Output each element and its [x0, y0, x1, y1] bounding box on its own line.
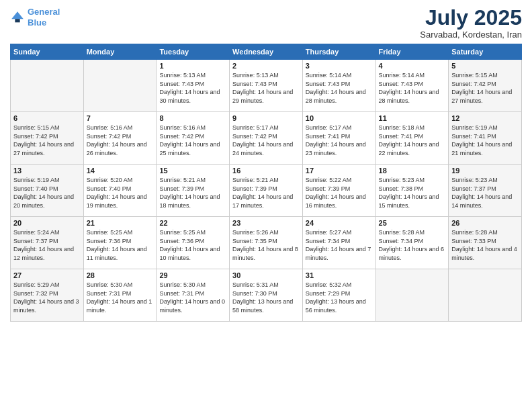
- logo: General Blue: [10, 7, 60, 28]
- table-row: 10Sunrise: 5:17 AM Sunset: 7:41 PM Dayli…: [302, 112, 375, 165]
- table-row: 31Sunrise: 5:32 AM Sunset: 7:29 PM Dayli…: [302, 269, 375, 322]
- day-number: 5: [451, 62, 519, 70]
- header-friday: Friday: [375, 44, 449, 60]
- day-number: 4: [379, 62, 446, 70]
- day-detail: Sunrise: 5:15 AM Sunset: 7:42 PM Dayligh…: [13, 124, 81, 157]
- day-number: 23: [232, 219, 300, 227]
- table-row: 1Sunrise: 5:13 AM Sunset: 7:43 PM Daylig…: [157, 60, 230, 112]
- day-detail: Sunrise: 5:13 AM Sunset: 7:43 PM Dayligh…: [159, 71, 226, 105]
- table-row: [375, 269, 449, 322]
- table-row: 29Sunrise: 5:30 AM Sunset: 7:31 PM Dayli…: [157, 269, 230, 322]
- day-number: 6: [13, 114, 81, 122]
- day-number: 10: [306, 114, 373, 122]
- day-number: 9: [232, 114, 300, 122]
- header-tuesday: Tuesday: [157, 44, 230, 60]
- location: Sarvabad, Kordestan, Iran: [420, 30, 522, 40]
- logo-icon: [10, 10, 25, 25]
- day-detail: Sunrise: 5:21 AM Sunset: 7:39 PM Dayligh…: [232, 176, 300, 210]
- table-row: [83, 60, 157, 112]
- day-detail: Sunrise: 5:17 AM Sunset: 7:41 PM Dayligh…: [306, 124, 373, 157]
- table-row: 9Sunrise: 5:17 AM Sunset: 7:42 PM Daylig…: [230, 112, 303, 165]
- logo-text: General Blue: [28, 7, 60, 28]
- table-row: 5Sunrise: 5:15 AM Sunset: 7:42 PM Daylig…: [449, 60, 522, 112]
- day-number: 20: [13, 219, 81, 227]
- day-number: 31: [306, 271, 373, 279]
- day-number: 26: [451, 219, 519, 227]
- day-detail: Sunrise: 5:13 AM Sunset: 7:43 PM Dayligh…: [232, 71, 300, 105]
- table-row: 2Sunrise: 5:13 AM Sunset: 7:43 PM Daylig…: [230, 60, 303, 112]
- table-row: 3Sunrise: 5:14 AM Sunset: 7:43 PM Daylig…: [302, 60, 375, 112]
- day-number: 29: [159, 271, 226, 279]
- header-saturday: Saturday: [449, 44, 522, 60]
- calendar-week-row: 13Sunrise: 5:19 AM Sunset: 7:40 PM Dayli…: [11, 165, 522, 217]
- day-detail: Sunrise: 5:20 AM Sunset: 7:40 PM Dayligh…: [87, 176, 154, 210]
- table-row: 24Sunrise: 5:27 AM Sunset: 7:34 PM Dayli…: [302, 217, 375, 269]
- day-detail: Sunrise: 5:23 AM Sunset: 7:38 PM Dayligh…: [379, 176, 446, 210]
- calendar-week-row: 6Sunrise: 5:15 AM Sunset: 7:42 PM Daylig…: [11, 112, 522, 165]
- day-detail: Sunrise: 5:25 AM Sunset: 7:36 PM Dayligh…: [159, 228, 226, 262]
- table-row: 30Sunrise: 5:31 AM Sunset: 7:30 PM Dayli…: [230, 269, 303, 322]
- day-detail: Sunrise: 5:16 AM Sunset: 7:42 PM Dayligh…: [87, 124, 154, 157]
- day-number: 15: [159, 167, 226, 175]
- day-detail: Sunrise: 5:28 AM Sunset: 7:33 PM Dayligh…: [451, 228, 519, 262]
- day-detail: Sunrise: 5:24 AM Sunset: 7:37 PM Dayligh…: [13, 228, 81, 262]
- table-row: 19Sunrise: 5:23 AM Sunset: 7:37 PM Dayli…: [449, 165, 522, 217]
- header: General Blue July 2025 Sarvabad, Kordest…: [10, 7, 522, 40]
- day-detail: Sunrise: 5:25 AM Sunset: 7:36 PM Dayligh…: [87, 228, 154, 262]
- month-title: July 2025: [420, 7, 522, 28]
- day-number: 21: [87, 219, 154, 227]
- day-detail: Sunrise: 5:19 AM Sunset: 7:41 PM Dayligh…: [451, 124, 519, 157]
- day-number: 2: [232, 62, 300, 70]
- day-detail: Sunrise: 5:27 AM Sunset: 7:34 PM Dayligh…: [306, 228, 373, 262]
- day-number: 1: [159, 62, 226, 70]
- table-row: 16Sunrise: 5:21 AM Sunset: 7:39 PM Dayli…: [230, 165, 303, 217]
- day-number: 13: [13, 167, 81, 175]
- day-detail: Sunrise: 5:22 AM Sunset: 7:39 PM Dayligh…: [306, 176, 373, 210]
- day-detail: Sunrise: 5:28 AM Sunset: 7:34 PM Dayligh…: [379, 228, 446, 262]
- table-row: 26Sunrise: 5:28 AM Sunset: 7:33 PM Dayli…: [449, 217, 522, 269]
- day-number: 8: [159, 114, 226, 122]
- day-detail: Sunrise: 5:30 AM Sunset: 7:31 PM Dayligh…: [87, 281, 154, 314]
- day-detail: Sunrise: 5:18 AM Sunset: 7:41 PM Dayligh…: [379, 124, 446, 157]
- table-row: 17Sunrise: 5:22 AM Sunset: 7:39 PM Dayli…: [302, 165, 375, 217]
- table-row: 15Sunrise: 5:21 AM Sunset: 7:39 PM Dayli…: [157, 165, 230, 217]
- svg-marker-0: [11, 11, 24, 19]
- table-row: 11Sunrise: 5:18 AM Sunset: 7:41 PM Dayli…: [375, 112, 449, 165]
- table-row: 14Sunrise: 5:20 AM Sunset: 7:40 PM Dayli…: [83, 165, 157, 217]
- calendar-header-row: Sunday Monday Tuesday Wednesday Thursday…: [11, 44, 522, 60]
- day-detail: Sunrise: 5:30 AM Sunset: 7:31 PM Dayligh…: [159, 281, 226, 314]
- day-number: 30: [232, 271, 300, 279]
- day-number: 7: [87, 114, 154, 122]
- day-number: 24: [306, 219, 373, 227]
- day-detail: Sunrise: 5:14 AM Sunset: 7:43 PM Dayligh…: [379, 71, 446, 105]
- table-row: [11, 60, 84, 112]
- day-number: 18: [379, 167, 446, 175]
- table-row: 18Sunrise: 5:23 AM Sunset: 7:38 PM Dayli…: [375, 165, 449, 217]
- calendar-week-row: 1Sunrise: 5:13 AM Sunset: 7:43 PM Daylig…: [11, 60, 522, 112]
- table-row: 20Sunrise: 5:24 AM Sunset: 7:37 PM Dayli…: [11, 217, 84, 269]
- table-row: 28Sunrise: 5:30 AM Sunset: 7:31 PM Dayli…: [83, 269, 157, 322]
- day-detail: Sunrise: 5:16 AM Sunset: 7:42 PM Dayligh…: [159, 124, 226, 157]
- table-row: 22Sunrise: 5:25 AM Sunset: 7:36 PM Dayli…: [157, 217, 230, 269]
- table-row: 23Sunrise: 5:26 AM Sunset: 7:35 PM Dayli…: [230, 217, 303, 269]
- day-number: 11: [379, 114, 446, 122]
- table-row: 4Sunrise: 5:14 AM Sunset: 7:43 PM Daylig…: [375, 60, 449, 112]
- header-wednesday: Wednesday: [230, 44, 303, 60]
- day-detail: Sunrise: 5:31 AM Sunset: 7:30 PM Dayligh…: [232, 281, 300, 314]
- day-number: 17: [306, 167, 373, 175]
- table-row: 27Sunrise: 5:29 AM Sunset: 7:32 PM Dayli…: [11, 269, 84, 322]
- day-number: 14: [87, 167, 154, 175]
- table-row: 13Sunrise: 5:19 AM Sunset: 7:40 PM Dayli…: [11, 165, 84, 217]
- table-row: 8Sunrise: 5:16 AM Sunset: 7:42 PM Daylig…: [157, 112, 230, 165]
- calendar-week-row: 27Sunrise: 5:29 AM Sunset: 7:32 PM Dayli…: [11, 269, 522, 322]
- table-row: 25Sunrise: 5:28 AM Sunset: 7:34 PM Dayli…: [375, 217, 449, 269]
- day-number: 19: [451, 167, 519, 175]
- day-number: 12: [451, 114, 519, 122]
- table-row: 12Sunrise: 5:19 AM Sunset: 7:41 PM Dayli…: [449, 112, 522, 165]
- title-block: July 2025 Sarvabad, Kordestan, Iran: [420, 7, 522, 40]
- svg-rect-1: [15, 19, 19, 22]
- day-detail: Sunrise: 5:19 AM Sunset: 7:40 PM Dayligh…: [13, 176, 81, 210]
- header-sunday: Sunday: [11, 44, 84, 60]
- table-row: [449, 269, 522, 322]
- day-number: 25: [379, 219, 446, 227]
